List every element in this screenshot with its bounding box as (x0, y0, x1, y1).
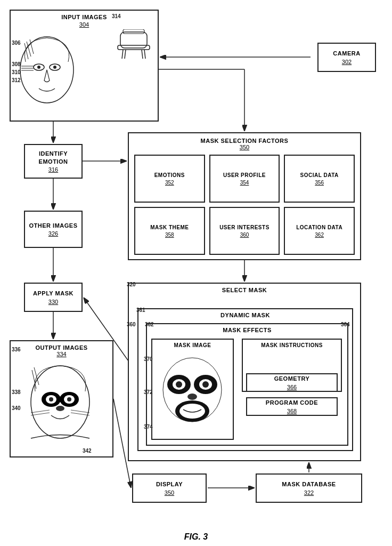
location-data-factor-box: LOCATION DATA 362 (284, 207, 355, 255)
svg-line-30 (142, 50, 143, 59)
program-code-box: PROGRAM CODE 368 (246, 397, 338, 416)
mask-effects-label: MASK EFFECTS (150, 327, 344, 333)
ref-372: 372 (144, 389, 153, 395)
mask-instructions-label: MASK INSTRUCTIONS (245, 342, 339, 348)
svg-point-21 (53, 66, 56, 69)
mask-selection-label: MASK SELECTION FACTORS (134, 138, 355, 144)
output-images-box: OUTPUT IMAGES 334 (10, 340, 113, 457)
input-images-label: INPUT IMAGES (15, 14, 153, 20)
ref-360: 360 (127, 322, 136, 327)
ref-338: 338 (12, 389, 21, 395)
geometry-num: 366 (287, 384, 297, 390)
ref-362-inner: 362 (145, 322, 154, 327)
user-profile-factor-box: USER PROFILE 354 (209, 155, 280, 203)
chair-svg (115, 29, 152, 61)
figure-label: FIG. 3 (184, 532, 208, 542)
mask-database-num: 322 (304, 489, 314, 496)
svg-line-44 (71, 410, 89, 413)
mask-theme-num: 358 (165, 232, 174, 238)
other-images-label: OTHER IMAGES (29, 222, 78, 229)
diagram: INPUT IMAGES 304 (0, 0, 392, 546)
location-data-num: 362 (315, 232, 324, 238)
mask-image-label: MASK IMAGE (154, 342, 231, 348)
svg-point-51 (176, 381, 182, 388)
user-interests-num: 360 (240, 232, 249, 238)
mask-image-box: MASK IMAGE (151, 339, 234, 440)
factors-grid: EMOTIONS 352 USER PROFILE 354 SOCIAL DAT… (134, 155, 355, 255)
camera-num: 302 (342, 59, 352, 65)
select-mask-label: SELECT MASK (133, 287, 356, 293)
location-data-label: LOCATION DATA (296, 224, 342, 231)
display-num: 350 (165, 489, 174, 496)
other-images-box: OTHER IMAGES 326 (24, 211, 83, 248)
svg-point-32 (31, 366, 89, 438)
camera-label: CAMERA (333, 50, 360, 57)
svg-line-43 (31, 413, 50, 415)
program-code-num: 368 (287, 408, 297, 414)
ref-314: 314 (112, 13, 121, 19)
svg-line-45 (71, 413, 89, 415)
output-images-label: OUTPUT IMAGES (15, 344, 108, 351)
mask-selection-box: MASK SELECTION FACTORS 350 EMOTIONS 352 … (128, 132, 361, 260)
input-images-box: INPUT IMAGES 304 (10, 10, 159, 122)
svg-line-28 (144, 50, 145, 59)
identify-emotion-num: 316 (48, 166, 58, 173)
ref-361: 361 (136, 307, 145, 313)
other-images-num: 326 (48, 230, 58, 237)
svg-line-42 (31, 410, 50, 413)
geometry-label: GEOMETRY (274, 375, 310, 382)
user-profile-num: 354 (240, 180, 249, 186)
ref-312: 312 (12, 77, 21, 83)
dynamic-mask-label: DYNAMIC MASK (142, 312, 349, 318)
identify-emotion-box: IDENTIFY EMOTION 316 (24, 144, 83, 179)
svg-point-41 (56, 406, 64, 411)
user-profile-label: USER PROFILE (223, 172, 266, 179)
apply-mask-label: APPLY MASK (33, 290, 74, 297)
svg-point-53 (187, 394, 197, 400)
program-code-label: PROGRAM CODE (266, 399, 318, 406)
mask-database-label: MASK DATABASE (282, 480, 336, 488)
identify-emotion-label: IDENTIFY EMOTION (25, 150, 81, 165)
svg-point-39 (49, 397, 53, 402)
social-data-label: SOCIAL DATA (300, 172, 339, 179)
mask-theme-label: MASK THEME (150, 224, 189, 231)
user-interests-label: USER INTERESTS (219, 224, 270, 231)
emotions-factor-box: EMOTIONS 352 (134, 155, 205, 203)
ref-306: 306 (12, 40, 21, 46)
camera-box: CAMERA 302 (317, 43, 376, 72)
svg-line-27 (122, 50, 123, 59)
ref-320: 320 (127, 282, 136, 287)
svg-line-29 (125, 50, 126, 59)
ref-364: 364 (341, 322, 350, 327)
svg-point-52 (202, 381, 209, 388)
display-label: DISPLAY (156, 480, 183, 488)
apply-mask-box: APPLY MASK 330 (24, 283, 83, 312)
svg-point-55 (179, 404, 205, 419)
user-interests-factor-box: USER INTERESTS 360 (209, 207, 280, 255)
ref-336: 336 (12, 347, 21, 352)
emotions-num: 352 (165, 180, 174, 186)
ref-310: 310 (12, 69, 21, 75)
ref-374: 374 (144, 424, 153, 430)
mask-selection-num: 350 (134, 144, 355, 150)
face-svg (15, 30, 84, 105)
mask-theme-factor-box: MASK THEME 358 (134, 207, 205, 255)
svg-point-20 (37, 66, 40, 69)
ref-342: 342 (83, 448, 92, 454)
ref-308: 308 (12, 61, 21, 67)
geometry-box: GEOMETRY 366 (246, 373, 338, 392)
output-face-svg (15, 359, 105, 450)
ref-340: 340 (12, 405, 21, 411)
panda-mask-svg (157, 350, 228, 427)
social-data-num: 356 (315, 180, 324, 186)
svg-point-40 (67, 397, 71, 402)
svg-rect-31 (123, 29, 144, 34)
ref-370: 370 (144, 356, 153, 362)
output-images-num: 334 (15, 351, 108, 357)
display-box: DISPLAY 350 (132, 473, 207, 503)
input-images-num: 304 (15, 21, 153, 28)
social-data-factor-box: SOCIAL DATA 356 (284, 155, 355, 203)
apply-mask-num: 330 (48, 299, 58, 305)
mask-database-box: MASK DATABASE 322 (256, 473, 362, 503)
emotions-label: EMOTIONS (154, 172, 185, 179)
